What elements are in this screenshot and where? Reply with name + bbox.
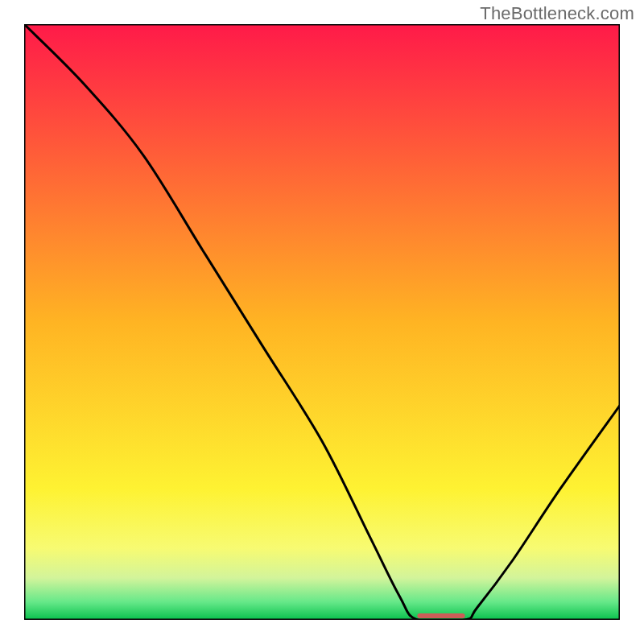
bottleneck-chart xyxy=(24,24,620,620)
watermark-text: TheBottleneck.com xyxy=(480,3,634,24)
plot-background xyxy=(24,24,620,620)
optimal-range-marker xyxy=(417,613,464,618)
